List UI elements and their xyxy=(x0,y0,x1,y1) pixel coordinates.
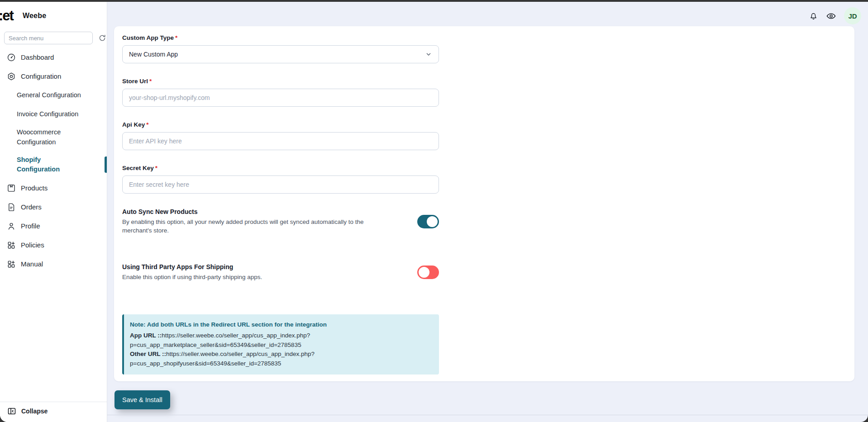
document-icon xyxy=(7,203,16,212)
package-icon xyxy=(7,184,16,193)
sidebar-item-shopify-configuration[interactable]: Shopify Configuration xyxy=(17,155,107,175)
required-asterisk: * xyxy=(149,78,152,85)
sidebar-item-invoice-configuration[interactable]: Invoice Configuration xyxy=(17,109,107,120)
auto-sync-title: Auto Sync New Products xyxy=(122,208,387,215)
other-url-line: Other URL ::https://seller.weebe.co/sell… xyxy=(130,350,432,369)
shopify-configuration-panel: Custom App Type* New Custom App Store Ur… xyxy=(114,26,854,381)
third-party-shipping-setting-row: Using Third Party Apps For Shipping Enab… xyxy=(122,263,439,282)
selected-option: New Custom App xyxy=(129,51,178,58)
sidebar-item-label: Invoice Configuration xyxy=(17,109,78,119)
active-item-indicator xyxy=(105,156,107,173)
sidebar-item-label: Policies xyxy=(21,241,44,249)
app-url-line: App URL ::https://seller.weebe.co/seller… xyxy=(130,331,432,350)
user-avatar[interactable]: JD xyxy=(844,7,861,24)
collapse-panel-icon xyxy=(7,407,16,416)
third-party-shipping-description: Enable this option if using third-party … xyxy=(122,273,262,282)
sidebar-item-orders[interactable]: Orders xyxy=(7,201,107,213)
store-url-input[interactable] xyxy=(122,89,439,107)
eye-preview-icon[interactable] xyxy=(826,11,836,21)
gauge-icon xyxy=(7,53,16,62)
third-party-shipping-title: Using Third Party Apps For Shipping xyxy=(122,263,262,270)
secret-key-label: Secret Key* xyxy=(122,165,439,171)
api-key-input[interactable] xyxy=(122,132,439,150)
chevron-down-icon xyxy=(425,51,432,58)
settings-nut-icon xyxy=(7,72,16,81)
notification-bell-icon[interactable] xyxy=(809,11,818,21)
sidebar-item-label: Profile xyxy=(21,222,40,230)
user-icon xyxy=(7,222,16,231)
sidebar-item-woocommerce-configuration[interactable]: Woocommerce Configuration xyxy=(17,128,107,147)
third-party-shipping-toggle[interactable] xyxy=(417,266,439,279)
collapse-label: Collapse xyxy=(21,408,48,415)
main-content: JD Custom App Type* New Custom App Store… xyxy=(107,2,868,422)
sidebar-menu: Dashboard Configuration General Configur… xyxy=(0,52,107,402)
search-input[interactable] xyxy=(4,32,93,44)
sidebar-item-label: Manual xyxy=(21,260,43,268)
redirect-url-note: Note: Add both URLs in the Redirect URL … xyxy=(122,314,439,375)
auto-sync-description: By enabling this option, all your newly … xyxy=(122,218,387,235)
sidebar-item-label: Orders xyxy=(21,203,42,211)
required-asterisk: * xyxy=(146,121,148,128)
collapse-sidebar-button[interactable]: Collapse xyxy=(0,402,107,422)
required-asterisk: * xyxy=(175,34,177,41)
grid-plus-icon xyxy=(7,260,16,269)
app-window: :et Weebe Dashboard Config xyxy=(0,2,868,422)
sidebar-item-dashboard[interactable]: Dashboard xyxy=(7,52,107,63)
sidebar-item-label: Configuration xyxy=(21,72,61,80)
sidebar-item-label: Shopify Configuration xyxy=(17,155,86,175)
toggle-knob xyxy=(419,267,429,278)
bottom-divider xyxy=(107,415,868,415)
save-install-button[interactable]: Save & Install xyxy=(114,390,170,409)
sidebar-item-policies[interactable]: Policies xyxy=(7,239,107,251)
grid-plus-icon xyxy=(7,241,16,250)
sidebar-item-manual[interactable]: Manual xyxy=(7,258,107,270)
sidebar-item-profile[interactable]: Profile xyxy=(7,220,107,232)
auto-sync-setting-row: Auto Sync New Products By enabling this … xyxy=(122,208,439,235)
header-actions: JD xyxy=(809,7,861,24)
required-asterisk: * xyxy=(155,165,157,171)
logo-icon: :et xyxy=(0,9,19,23)
sidebar-item-general-configuration[interactable]: General Configuration xyxy=(17,90,107,101)
sidebar-item-label: Dashboard xyxy=(21,53,54,61)
sidebar-item-label: Products xyxy=(21,184,48,192)
custom-app-type-label: Custom App Type* xyxy=(122,34,439,41)
sidebar-item-configuration[interactable]: Configuration xyxy=(7,71,107,82)
sidebar: :et Weebe Dashboard Config xyxy=(0,2,107,422)
brand-name: Weebe xyxy=(23,12,46,20)
note-heading: Note: Add both URLs in the Redirect URL … xyxy=(130,320,432,330)
api-key-label: Api Key* xyxy=(122,121,439,128)
custom-app-type-select[interactable]: New Custom App xyxy=(122,45,439,63)
auto-sync-toggle[interactable] xyxy=(417,215,439,228)
store-url-label: Store Url* xyxy=(122,78,439,85)
brand-header: :et Weebe xyxy=(0,2,107,24)
sidebar-item-label: Woocommerce Configuration xyxy=(17,128,86,147)
toggle-knob xyxy=(427,216,438,227)
sidebar-item-label: General Configuration xyxy=(17,90,81,100)
sidebar-item-products[interactable]: Products xyxy=(7,182,107,194)
refresh-icon[interactable] xyxy=(98,34,106,42)
secret-key-input[interactable] xyxy=(122,175,439,194)
